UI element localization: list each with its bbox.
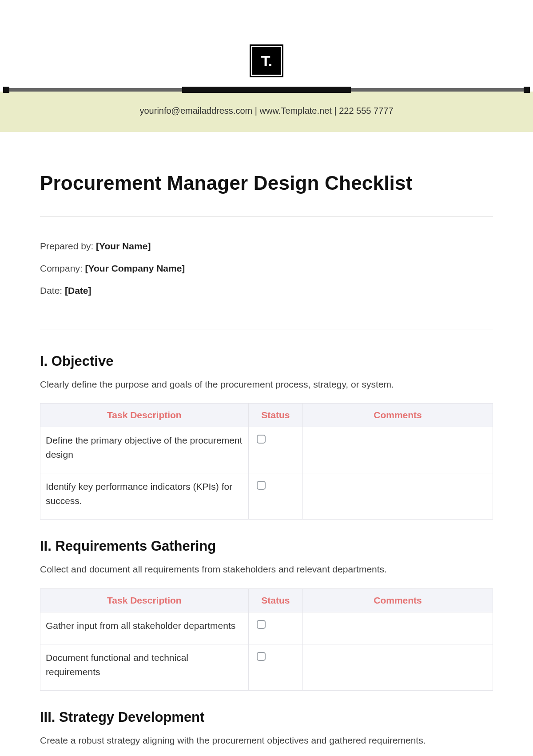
table-requirements: Task Description Status Comments Gather …: [40, 588, 493, 691]
separator: |: [334, 106, 339, 116]
header-ruler-center: [182, 87, 351, 93]
contact-phone: 222 555 7777: [339, 106, 393, 116]
cell-status: [248, 473, 302, 520]
document-content: Procurement Manager Design Checklist Pre…: [0, 172, 533, 756]
contact-email: yourinfo@emailaddress.com: [139, 106, 252, 116]
checkbox-icon[interactable]: [257, 652, 266, 661]
meta-prepared-by: Prepared by: [Your Name]: [40, 241, 493, 252]
th-comments: Comments: [303, 404, 493, 427]
meta-company: Company: [Your Company Name]: [40, 263, 493, 274]
table-row: Define the primary objective of the proc…: [40, 427, 493, 473]
brand-logo: T.: [250, 44, 283, 77]
section-heading-strategy: III. Strategy Development: [40, 709, 493, 725]
th-status: Status: [248, 588, 302, 612]
checkbox-icon[interactable]: [257, 620, 266, 629]
cell-comment[interactable]: [303, 644, 493, 691]
header-ruler: [6, 88, 527, 92]
cell-comment[interactable]: [303, 473, 493, 520]
meta-date: Date: [Date]: [40, 285, 493, 296]
checkbox-icon[interactable]: [257, 481, 266, 490]
cell-status: [248, 427, 302, 473]
divider: [40, 329, 493, 329]
meta-value: [Your Name]: [96, 241, 151, 251]
th-task-description: Task Description: [40, 404, 249, 427]
cell-comment[interactable]: [303, 427, 493, 473]
section-desc-objective: Clearly define the purpose and goals of …: [40, 378, 493, 391]
section-desc-strategy: Create a robust strategy aligning with t…: [40, 734, 493, 747]
section-heading-requirements: II. Requirements Gathering: [40, 538, 493, 554]
th-comments: Comments: [303, 588, 493, 612]
section-desc-requirements: Collect and document all requirements fr…: [40, 563, 493, 576]
brand-logo-text: T.: [254, 48, 279, 73]
section-heading-objective: I. Objective: [40, 353, 493, 369]
cell-task: Gather input from all stakeholder depart…: [40, 612, 249, 644]
table-row: Document functional and technical requir…: [40, 644, 493, 691]
logo-wrap: T.: [0, 0, 533, 88]
separator: |: [255, 106, 260, 116]
table-objective: Task Description Status Comments Define …: [40, 403, 493, 520]
meta-label: Date:: [40, 285, 65, 296]
cell-task: Define the primary objective of the proc…: [40, 427, 249, 473]
cell-status: [248, 612, 302, 644]
th-status: Status: [248, 404, 302, 427]
checkbox-icon[interactable]: [257, 435, 266, 444]
meta-label: Prepared by:: [40, 241, 96, 251]
meta-value: [Date]: [65, 285, 91, 296]
cell-task: Document functional and technical requir…: [40, 644, 249, 691]
cell-status: [248, 644, 302, 691]
cell-comment[interactable]: [303, 612, 493, 644]
table-row: Gather input from all stakeholder depart…: [40, 612, 493, 644]
table-row: Identify key performance indicators (KPI…: [40, 473, 493, 520]
contact-info-band: yourinfo@emailaddress.com | www.Template…: [0, 92, 533, 132]
th-task-description: Task Description: [40, 588, 249, 612]
contact-website: www.Template.net: [260, 106, 332, 116]
meta-value: [Your Company Name]: [85, 263, 185, 273]
cell-task: Identify key performance indicators (KPI…: [40, 473, 249, 520]
page-title: Procurement Manager Design Checklist: [40, 172, 493, 194]
meta-block: Prepared by: [Your Name] Company: [Your …: [40, 217, 493, 329]
meta-label: Company:: [40, 263, 85, 273]
